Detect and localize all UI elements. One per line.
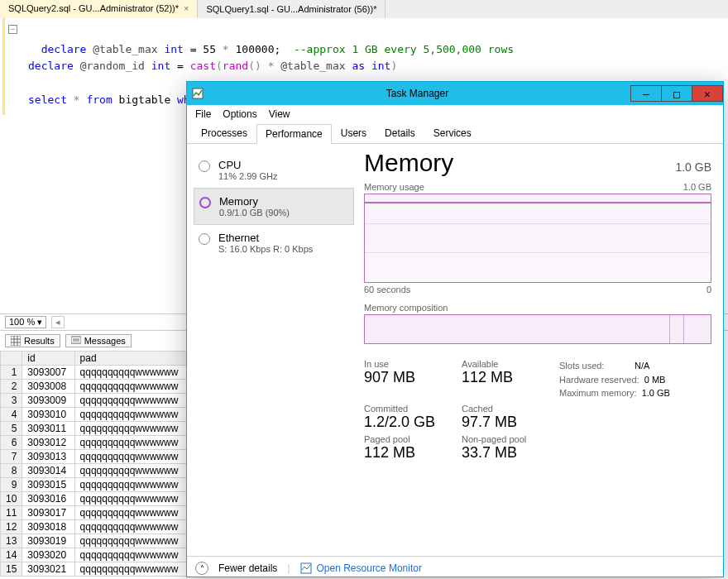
cell-id[interactable]: 3093011 [22,421,74,435]
cell-id[interactable]: 3093013 [22,449,74,463]
graph-line [365,202,711,203]
table-row[interactable]: 93093015qqqqqqqqqqwwwwww [1,477,190,491]
memory-capacity: 1.0 GB [675,160,711,174]
cell-id[interactable]: 3093009 [22,393,74,407]
close-icon[interactable]: × [184,3,189,13]
table-row[interactable]: 133093019qqqqqqqqqqwwwwww [1,534,190,548]
scroll-left-icon[interactable]: ◂ [51,316,65,328]
tab-users[interactable]: Users [332,123,376,143]
open-resource-monitor-link[interactable]: Open Resource Monitor [300,562,422,574]
results-tab[interactable]: Results [5,334,60,347]
row-number: 4 [1,407,22,421]
cell-pad[interactable]: qqqqqqqqqqwwwwww [74,421,189,435]
titlebar[interactable]: Task Manager – □ ✕ [187,82,723,105]
fewer-details-link[interactable]: Fewer details [218,562,277,574]
menu-bar: File Options View [187,105,723,123]
in-use-value: 907 MB [364,369,455,386]
cell-id[interactable]: 3093021 [22,562,74,576]
cell-pad[interactable]: qqqqqqqqqqwwwwww [74,534,189,548]
menu-file[interactable]: File [195,108,211,120]
table-row[interactable]: 83093014qqqqqqqqqqwwwwww [1,463,190,477]
chevron-up-icon[interactable]: ˄ [195,562,208,575]
memory-usage-graph[interactable] [364,194,711,283]
table-row[interactable]: 113093017qqqqqqqqqqwwwwww [1,505,190,519]
cell-pad[interactable]: qqqqqqqqqqwwwwww [74,463,189,477]
table-row[interactable]: 123093018qqqqqqqqqqwwwwww [1,519,190,534]
table-row[interactable]: 13093007qqqqqqqqqqwwwwww [1,365,190,379]
tab-processes[interactable]: Processes [192,123,256,143]
graph-label-right: 1.0 GB [683,182,711,192]
cell-pad[interactable]: qqqqqqqqqqwwwwww [74,435,189,449]
menu-options[interactable]: Options [223,108,256,120]
close-button[interactable]: ✕ [692,85,723,102]
messages-icon [71,336,81,346]
committed-label: Committed [364,404,455,414]
maximize-button[interactable]: □ [661,85,692,102]
table-row[interactable]: 153093021qqqqqqqqqqwwwwww [1,562,190,576]
table-row[interactable]: 43093010qqqqqqqqqqwwwwww [1,407,190,421]
side-eth-title: Ethernet [218,232,313,244]
memory-composition-bar[interactable] [364,314,711,344]
perf-side-list: CPU 11% 2.99 GHz Memory 0.9/1.0 GB (90%)… [187,144,361,556]
window-title: Task Manager [204,88,631,99]
cell-pad[interactable]: qqqqqqqqqqwwwwww [74,407,189,421]
comp-seg [669,315,670,343]
menu-view[interactable]: View [269,108,290,120]
cell-id[interactable]: 3093008 [22,379,74,393]
col-id[interactable]: id [22,351,74,365]
committed-value: 1.2/2.0 GB [364,414,455,431]
hardware-info: Slots used: N/A Hardware reserved: 0 MB … [559,359,700,400]
in-use-label: In use [364,359,455,369]
cell-id[interactable]: 3093015 [22,477,74,491]
table-row[interactable]: 73093013qqqqqqqqqqwwwwww [1,449,190,463]
tab-performance[interactable]: Performance [256,124,332,144]
table-row[interactable]: 23093008qqqqqqqqqqwwwwww [1,379,190,393]
tab-services[interactable]: Services [424,123,481,143]
cell-id[interactable]: 3093012 [22,435,74,449]
cell-id[interactable]: 3093007 [22,365,74,379]
divider: | [287,562,290,574]
row-number: 10 [1,491,22,505]
cell-id[interactable]: 3093020 [22,548,74,562]
ssms-tab-query2[interactable]: SQLQuery2.sql - GU...Administrator (52))… [0,0,198,18]
perf-main: Memory 1.0 GB Memory usage 1.0 GB 60 sec… [361,144,723,556]
ssms-tab-label: SQLQuery1.sql - GU...Administrator (56))… [206,4,376,14]
side-item-cpu[interactable]: CPU 11% 2.99 GHz [194,152,354,188]
cell-pad[interactable]: qqqqqqqqqqwwwwww [74,379,189,393]
code-fold-icon[interactable]: − [8,25,17,34]
cell-pad[interactable]: qqqqqqqqqqwwwwww [74,491,189,505]
cell-id[interactable]: 3093016 [22,491,74,505]
messages-tab[interactable]: Messages [65,334,132,347]
side-cpu-sub: 11% 2.99 GHz [218,171,278,181]
cell-pad[interactable]: qqqqqqqqqqwwwwww [74,548,189,562]
cell-id[interactable]: 3093010 [22,407,74,421]
cell-pad[interactable]: qqqqqqqqqqwwwwww [74,393,189,407]
ssms-tab-query1[interactable]: SQLQuery1.sql - GU...Administrator (56))… [198,0,386,18]
cell-id[interactable]: 3093014 [22,463,74,477]
cell-pad[interactable]: qqqqqqqqqqwwwwww [74,365,189,379]
tab-details[interactable]: Details [376,123,424,143]
cell-id[interactable]: 3093019 [22,534,74,548]
cell-pad[interactable]: qqqqqqqqqqwwwwww [74,477,189,491]
results-tab-label: Results [24,336,55,346]
col-pad[interactable]: pad [74,351,189,365]
side-item-memory[interactable]: Memory 0.9/1.0 GB (90%) [194,188,354,225]
table-row[interactable]: 53093011qqqqqqqqqqwwwwww [1,421,190,435]
zoom-combo[interactable]: 100 % ▾ [5,316,46,328]
table-row[interactable]: 63093012qqqqqqqqqqwwwwww [1,435,190,449]
minimize-button[interactable]: – [630,85,662,102]
row-number: 11 [1,505,22,519]
row-number: 6 [1,435,22,449]
table-row[interactable]: 143093020qqqqqqqqqqwwwwww [1,548,190,562]
cell-pad[interactable]: qqqqqqqqqqwwwwww [74,562,189,576]
results-grid[interactable]: id pad 13093007qqqqqqqqqqwwwwww23093008q… [0,351,190,577]
table-row[interactable]: 33093009qqqqqqqqqqwwwwww [1,393,190,407]
cell-id[interactable]: 3093017 [22,505,74,519]
table-row[interactable]: 103093016qqqqqqqqqqwwwwww [1,491,190,505]
side-item-ethernet[interactable]: Ethernet S: 16.0 Kbps R: 0 Kbps [194,225,354,261]
cell-pad[interactable]: qqqqqqqqqqwwwwww [74,505,189,519]
cell-id[interactable]: 3093018 [22,519,74,534]
cell-pad[interactable]: qqqqqqqqqqwwwwww [74,449,189,463]
cell-pad[interactable]: qqqqqqqqqqwwwwww [74,519,189,534]
composition-label: Memory composition [364,303,711,313]
